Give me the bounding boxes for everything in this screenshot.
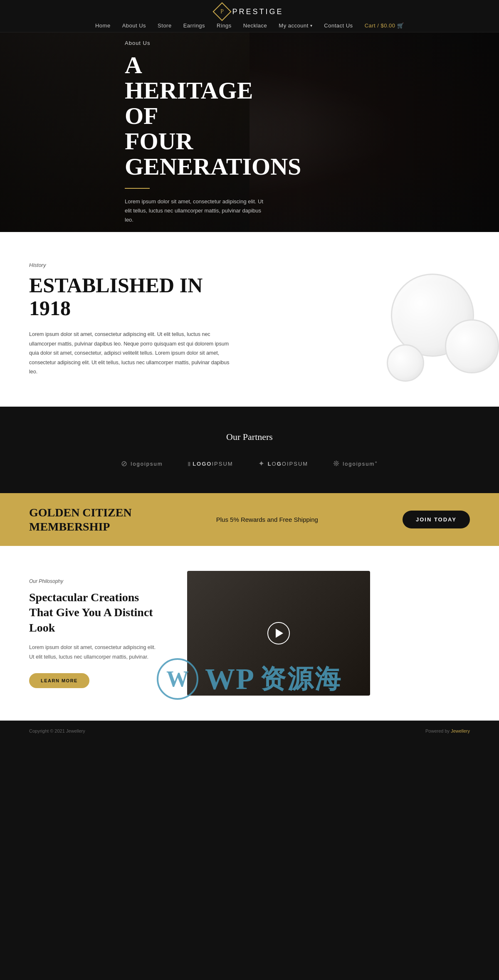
footer-powered-by: Powered by Jewellery: [425, 728, 470, 733]
membership-description: Plus 5% Rewards and Free Shipping: [216, 516, 318, 523]
partner-1-text: logoipsum: [131, 461, 163, 467]
cart-label: Cart / $0.00: [365, 22, 395, 29]
partner-logo-2: ||| LOGOIPSUM: [188, 461, 233, 467]
nav-necklace[interactable]: Necklace: [243, 22, 267, 29]
history-content: History ESTABLISHED IN 1918 Lorem ipsum …: [29, 262, 237, 377]
partner-2-icon: |||: [188, 461, 190, 466]
site-header: P PRESTIGE Home About Us Store Earrings …: [0, 0, 499, 32]
main-nav: Home About Us Store Earrings Rings Neckl…: [0, 22, 499, 29]
play-button[interactable]: [267, 622, 290, 644]
history-section: History ESTABLISHED IN 1918 Lorem ipsum …: [0, 232, 499, 407]
logo-letter: P: [221, 8, 224, 15]
membership-title: GOLDEN CITIZEN MEMBERSHIP: [29, 506, 132, 533]
philosophy-video: [187, 571, 370, 696]
play-icon: [276, 629, 283, 638]
partner-3-icon: ✦: [258, 459, 265, 468]
chevron-down-icon: ▾: [310, 23, 313, 28]
history-title: ESTABLISHED IN 1918: [29, 274, 237, 320]
partner-logo-3: ✦ LOGOIPSUM: [258, 459, 309, 468]
nav-store[interactable]: Store: [158, 22, 172, 29]
philosophy-section: Our Philosophy Spectacular Creations Tha…: [0, 546, 499, 721]
diamond-small: [387, 344, 424, 382]
nav-my-account[interactable]: My account ▾: [279, 22, 312, 29]
logo-area: P PRESTIGE: [0, 5, 499, 18]
nav-contact[interactable]: Contact Us: [324, 22, 353, 29]
hero-title: A HERITAGE OF FOUR GENERATIONS: [125, 53, 270, 179]
philosophy-label: Our Philosophy: [29, 578, 162, 584]
partners-section: Our Partners ⊘ logoipsum ||| LOGOIPSUM ✦…: [0, 407, 499, 493]
hero-section: About Us A HERITAGE OF FOUR GENERATIONS …: [0, 32, 499, 232]
partner-2-text: LOGOIPSUM: [193, 461, 233, 467]
philosophy-description: Lorem ipsum dolor sit amet, consectetur …: [29, 643, 162, 662]
logo-icon: P: [213, 2, 232, 21]
philosophy-title: Spectacular Creations That Give You A Di…: [29, 590, 162, 635]
footer-copyright: Copyright © 2021 Jewellery: [29, 728, 85, 733]
history-label: History: [29, 262, 237, 268]
learn-more-button[interactable]: LEARN MORE: [29, 673, 89, 688]
history-image: [333, 232, 499, 407]
partners-logos-row: ⊘ logoipsum ||| LOGOIPSUM ✦ LOGOIPSUM ❊ …: [33, 459, 466, 468]
logo-text: PRESTIGE: [232, 7, 283, 16]
partners-title: Our Partners: [33, 432, 466, 442]
site-footer: Copyright © 2021 Jewellery Powered by Je…: [0, 721, 499, 741]
nav-about[interactable]: About Us: [122, 22, 146, 29]
partner-4-text: logoipsum+: [343, 460, 378, 467]
hero-description: Lorem ipsum dolor sit amet, consectetur …: [125, 197, 266, 225]
diamond-decoration: [349, 240, 499, 398]
partner-1-icon: ⊘: [121, 459, 128, 468]
philosophy-content: Our Philosophy Spectacular Creations Tha…: [29, 578, 162, 688]
nav-earrings[interactable]: Earrings: [183, 22, 205, 29]
nav-home[interactable]: Home: [95, 22, 111, 29]
video-thumbnail: [187, 571, 370, 696]
history-description: Lorem ipsum dolor sit amet, consectetur …: [29, 330, 237, 377]
nav-cart[interactable]: Cart / $0.00 🛒: [365, 22, 404, 29]
partner-3-text: LOGOIPSUM: [268, 461, 309, 467]
partner-logo-1: ⊘ logoipsum: [121, 459, 163, 468]
hero-subtitle: About Us: [125, 40, 270, 46]
hero-divider: [125, 188, 150, 189]
membership-banner: GOLDEN CITIZEN MEMBERSHIP Plus 5% Reward…: [0, 493, 499, 546]
footer-powered-brand: Jewellery: [451, 728, 470, 733]
diamond-medium: [445, 319, 499, 373]
join-today-button[interactable]: JOIN TODAY: [403, 511, 470, 528]
hero-content: About Us A HERITAGE OF FOUR GENERATIONS …: [0, 40, 270, 225]
partner-4-icon: ❊: [333, 459, 340, 468]
cart-icon: 🛒: [397, 22, 404, 29]
partner-logo-4: ❊ logoipsum+: [333, 459, 378, 468]
nav-rings[interactable]: Rings: [217, 22, 232, 29]
